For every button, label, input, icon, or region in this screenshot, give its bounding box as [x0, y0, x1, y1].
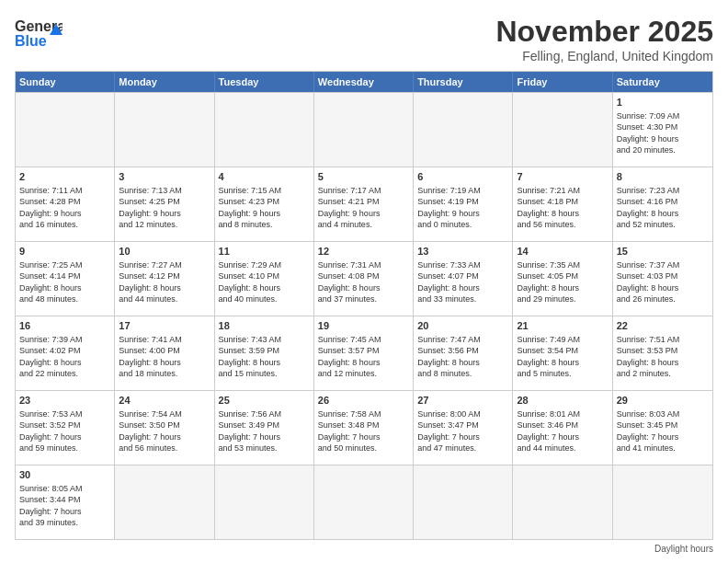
day-number: 29	[617, 394, 709, 407]
calendar-day-6: 6Sunrise: 7:19 AM Sunset: 4:19 PM Daylig…	[414, 167, 513, 241]
footer-note: Daylight hours	[15, 544, 713, 554]
logo: General Blue	[15, 15, 63, 55]
calendar-day-19: 19Sunrise: 7:45 AM Sunset: 3:57 PM Dayli…	[314, 316, 414, 390]
weekday-header-monday: Monday	[115, 72, 214, 92]
calendar-day-30: 30Sunrise: 8:05 AM Sunset: 3:44 PM Dayli…	[16, 465, 115, 539]
day-info: Sunrise: 7:43 AM Sunset: 3:59 PM Dayligh…	[219, 334, 310, 379]
day-number: 26	[318, 394, 409, 407]
day-info: Sunrise: 8:05 AM Sunset: 3:44 PM Dayligh…	[19, 483, 110, 528]
calendar-row-2: 9Sunrise: 7:25 AM Sunset: 4:14 PM Daylig…	[16, 241, 712, 316]
day-info: Sunrise: 7:25 AM Sunset: 4:14 PM Dayligh…	[19, 259, 110, 304]
calendar-day-29: 29Sunrise: 8:03 AM Sunset: 3:45 PM Dayli…	[613, 391, 712, 465]
day-number: 16	[19, 319, 110, 332]
calendar-day-2: 2Sunrise: 7:11 AM Sunset: 4:28 PM Daylig…	[16, 167, 115, 241]
calendar-day-15: 15Sunrise: 7:37 AM Sunset: 4:03 PM Dayli…	[613, 242, 712, 316]
calendar-row-3: 16Sunrise: 7:39 AM Sunset: 4:02 PM Dayli…	[16, 316, 712, 390]
day-number: 24	[119, 394, 210, 407]
calendar-day-8: 8Sunrise: 7:23 AM Sunset: 4:16 PM Daylig…	[613, 167, 712, 241]
day-number: 27	[417, 394, 508, 407]
day-info: Sunrise: 7:47 AM Sunset: 3:56 PM Dayligh…	[417, 334, 508, 379]
day-info: Sunrise: 7:27 AM Sunset: 4:12 PM Dayligh…	[119, 259, 210, 304]
calendar-day-13: 13Sunrise: 7:33 AM Sunset: 4:07 PM Dayli…	[414, 242, 513, 316]
day-number: 17	[119, 319, 210, 332]
weekday-header-saturday: Saturday	[613, 72, 712, 92]
title-area: November 2025 Felling, England, United K…	[495, 15, 713, 63]
day-number: 7	[517, 170, 608, 183]
day-info: Sunrise: 7:31 AM Sunset: 4:08 PM Dayligh…	[318, 259, 409, 304]
day-number: 12	[318, 245, 409, 258]
day-number: 5	[318, 170, 409, 183]
calendar-header: SundayMondayTuesdayWednesdayThursdayFrid…	[16, 72, 712, 92]
calendar-day-9: 9Sunrise: 7:25 AM Sunset: 4:14 PM Daylig…	[16, 242, 115, 316]
calendar-empty-cell	[314, 465, 414, 539]
day-number: 20	[417, 319, 508, 332]
day-number: 18	[219, 319, 310, 332]
day-number: 10	[119, 245, 210, 258]
day-info: Sunrise: 7:13 AM Sunset: 4:25 PM Dayligh…	[119, 185, 210, 230]
calendar-day-7: 7Sunrise: 7:21 AM Sunset: 4:18 PM Daylig…	[513, 167, 612, 241]
page-header: General Blue November 2025 Felling, Engl…	[15, 15, 713, 63]
calendar-day-11: 11Sunrise: 7:29 AM Sunset: 4:10 PM Dayli…	[215, 242, 314, 316]
day-info: Sunrise: 7:17 AM Sunset: 4:21 PM Dayligh…	[318, 185, 409, 230]
day-info: Sunrise: 7:56 AM Sunset: 3:49 PM Dayligh…	[219, 408, 310, 454]
day-number: 8	[617, 170, 709, 183]
calendar-day-12: 12Sunrise: 7:31 AM Sunset: 4:08 PM Dayli…	[314, 242, 414, 316]
page-title: November 2025	[495, 15, 713, 49]
day-info: Sunrise: 7:49 AM Sunset: 3:54 PM Dayligh…	[517, 334, 608, 379]
calendar-day-24: 24Sunrise: 7:54 AM Sunset: 3:50 PM Dayli…	[115, 391, 214, 465]
day-number: 19	[318, 319, 409, 332]
day-info: Sunrise: 8:00 AM Sunset: 3:47 PM Dayligh…	[417, 408, 508, 454]
day-number: 13	[417, 245, 508, 258]
day-info: Sunrise: 7:39 AM Sunset: 4:02 PM Dayligh…	[19, 334, 110, 379]
day-info: Sunrise: 7:11 AM Sunset: 4:28 PM Dayligh…	[19, 185, 110, 230]
calendar-empty-cell	[414, 93, 513, 167]
day-info: Sunrise: 7:45 AM Sunset: 3:57 PM Dayligh…	[318, 334, 409, 379]
day-number: 14	[517, 245, 608, 258]
calendar-day-21: 21Sunrise: 7:49 AM Sunset: 3:54 PM Dayli…	[513, 316, 612, 390]
day-number: 28	[517, 394, 608, 407]
calendar-empty-cell	[115, 465, 214, 539]
calendar-day-10: 10Sunrise: 7:27 AM Sunset: 4:12 PM Dayli…	[115, 242, 214, 316]
calendar-row-4: 23Sunrise: 7:53 AM Sunset: 3:52 PM Dayli…	[16, 390, 712, 465]
day-number: 11	[219, 245, 310, 258]
day-number: 15	[617, 245, 709, 258]
day-number: 25	[219, 394, 310, 407]
calendar: SundayMondayTuesdayWednesdayThursdayFrid…	[15, 71, 713, 540]
day-number: 6	[417, 170, 508, 183]
calendar-day-25: 25Sunrise: 7:56 AM Sunset: 3:49 PM Dayli…	[215, 391, 314, 465]
day-info: Sunrise: 7:09 AM Sunset: 4:30 PM Dayligh…	[617, 110, 709, 155]
calendar-day-26: 26Sunrise: 7:58 AM Sunset: 3:48 PM Dayli…	[314, 391, 414, 465]
day-info: Sunrise: 7:29 AM Sunset: 4:10 PM Dayligh…	[219, 259, 310, 304]
calendar-row-1: 2Sunrise: 7:11 AM Sunset: 4:28 PM Daylig…	[16, 167, 712, 241]
day-info: Sunrise: 7:41 AM Sunset: 4:00 PM Dayligh…	[119, 334, 210, 379]
svg-text:Blue: Blue	[15, 33, 47, 49]
day-info: Sunrise: 7:21 AM Sunset: 4:18 PM Dayligh…	[517, 185, 608, 230]
calendar-day-20: 20Sunrise: 7:47 AM Sunset: 3:56 PM Dayli…	[414, 316, 513, 390]
calendar-day-27: 27Sunrise: 8:00 AM Sunset: 3:47 PM Dayli…	[414, 391, 513, 465]
day-info: Sunrise: 7:37 AM Sunset: 4:03 PM Dayligh…	[617, 259, 709, 304]
weekday-header-wednesday: Wednesday	[314, 72, 414, 92]
page-subtitle: Felling, England, United Kingdom	[495, 49, 713, 63]
calendar-row-5: 30Sunrise: 8:05 AM Sunset: 3:44 PM Dayli…	[16, 465, 712, 539]
calendar-empty-cell	[513, 93, 612, 167]
weekday-header-friday: Friday	[513, 72, 612, 92]
calendar-empty-cell	[115, 93, 214, 167]
logo-icon: General Blue	[15, 15, 63, 55]
calendar-empty-cell	[314, 93, 414, 167]
calendar-day-14: 14Sunrise: 7:35 AM Sunset: 4:05 PM Dayli…	[513, 242, 612, 316]
day-info: Sunrise: 8:03 AM Sunset: 3:45 PM Dayligh…	[617, 408, 709, 454]
calendar-day-17: 17Sunrise: 7:41 AM Sunset: 4:00 PM Dayli…	[115, 316, 214, 390]
calendar-day-23: 23Sunrise: 7:53 AM Sunset: 3:52 PM Dayli…	[16, 391, 115, 465]
day-number: 21	[517, 319, 608, 332]
calendar-day-28: 28Sunrise: 8:01 AM Sunset: 3:46 PM Dayli…	[513, 391, 612, 465]
calendar-empty-cell	[16, 93, 115, 167]
day-number: 30	[19, 468, 110, 481]
calendar-day-5: 5Sunrise: 7:17 AM Sunset: 4:21 PM Daylig…	[314, 167, 414, 241]
calendar-row-0: 1Sunrise: 7:09 AM Sunset: 4:30 PM Daylig…	[16, 92, 712, 167]
day-number: 23	[19, 394, 110, 407]
calendar-day-4: 4Sunrise: 7:15 AM Sunset: 4:23 PM Daylig…	[215, 167, 314, 241]
day-number: 1	[617, 96, 709, 109]
day-info: Sunrise: 7:23 AM Sunset: 4:16 PM Dayligh…	[617, 185, 709, 230]
day-info: Sunrise: 7:19 AM Sunset: 4:19 PM Dayligh…	[417, 185, 508, 230]
calendar-day-22: 22Sunrise: 7:51 AM Sunset: 3:53 PM Dayli…	[613, 316, 712, 390]
